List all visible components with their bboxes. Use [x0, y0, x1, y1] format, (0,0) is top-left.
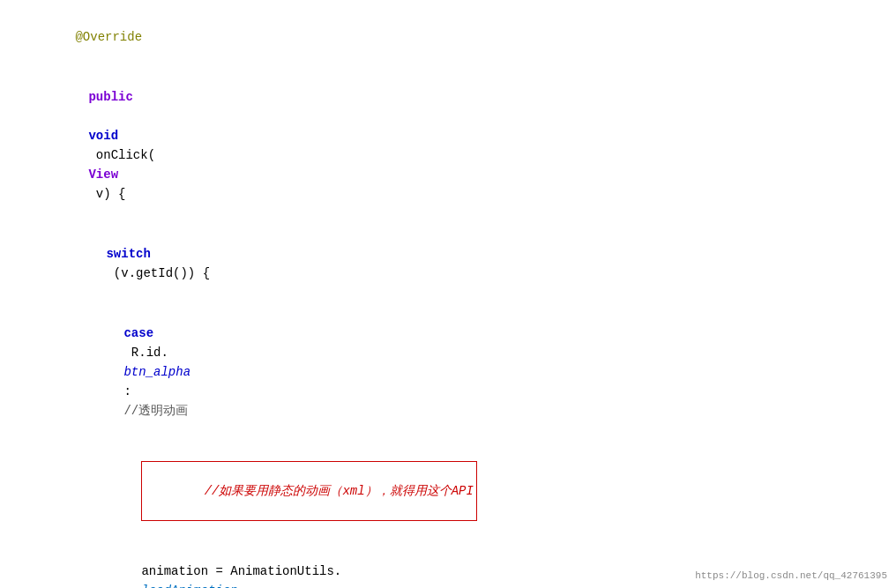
btn-alpha: btn_alpha	[123, 365, 190, 379]
kw-view: View	[88, 167, 118, 182]
annotation-override: @Override	[26, 8, 896, 66]
line-override: @Override	[0, 7, 896, 67]
space: onClick(	[88, 148, 155, 162]
switch-stmt: switch (v.getId()) {	[26, 225, 896, 302]
line-case-alpha: case R.id. btn_alpha : //透明动画	[0, 303, 896, 441]
rid: R.id.	[123, 346, 168, 360]
comment-box-highlight: //如果要用静态的动画（xml），就得用这个API	[141, 461, 476, 521]
space: v) {	[88, 187, 125, 201]
line-onclick: public void onClick( View v) {	[0, 67, 896, 224]
kw-public: public	[88, 90, 132, 104]
line-switch: switch (v.getId()) {	[0, 224, 896, 303]
kw-switch: switch	[106, 247, 150, 261]
colon: :	[123, 384, 138, 398]
kw-void: void	[88, 129, 118, 143]
onclick-sig: public void onClick( View v) {	[26, 68, 896, 223]
code-editor: @Override public void onClick( View v) {…	[0, 0, 896, 588]
load-anim-method: loadAnimation	[141, 584, 237, 588]
comment-static-api: //如果要用静态的动画（xml），就得用这个API	[26, 442, 896, 540]
space	[88, 109, 95, 123]
annotation-text: @Override	[75, 30, 142, 44]
anim-assign: animation = AnimationUtils.	[141, 564, 341, 578]
comment-static-text: //如果要用静态的动画（xml），就得用这个API	[205, 484, 474, 498]
line-anim-alpha: animation = AnimationUtils. loadAnimatio…	[0, 541, 896, 588]
anim-alpha-line: animation = AnimationUtils. loadAnimatio…	[26, 542, 896, 588]
switch-rest: (v.getId()) {	[106, 266, 210, 280]
case-alpha: case R.id. btn_alpha : //透明动画	[26, 304, 896, 440]
comment-alpha: //透明动画	[123, 404, 188, 418]
kw-case: case	[123, 326, 153, 340]
line-comment-box: //如果要用静态的动画（xml），就得用这个API	[0, 441, 896, 541]
watermark-url: https://blog.csdn.net/qq_42761395	[695, 570, 887, 581]
